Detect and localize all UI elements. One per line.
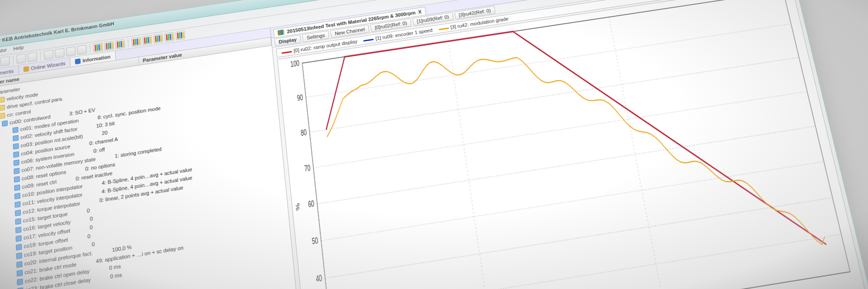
legend-swatch-icon — [282, 51, 292, 53]
svg-line-18 — [448, 41, 491, 289]
svg-text:50: 50 — [311, 236, 319, 246]
parameter-leaf-icon — [14, 176, 20, 182]
parameter-leaf-icon — [14, 193, 20, 199]
parameter-leaf-icon — [16, 261, 22, 268]
menu-help[interactable]: Help — [13, 45, 24, 53]
toolbar-color-icon[interactable] — [153, 33, 163, 43]
toolbar-color-icon[interactable] — [93, 42, 103, 52]
parameter-leaf-icon — [14, 168, 19, 174]
parameter-value: 0 ms — [110, 272, 122, 280]
parameter-leaf-icon — [15, 227, 21, 233]
svg-line-8 — [317, 126, 816, 204]
parameter-leaf-icon — [2, 120, 8, 127]
svg-line-20 — [609, 17, 663, 289]
toolbar-separator — [40, 52, 41, 60]
scope-icon — [278, 29, 284, 35]
svg-text:100: 100 — [290, 59, 300, 69]
svg-line-6 — [321, 161, 824, 241]
toolbar-color-icon[interactable] — [132, 37, 142, 47]
svg-line-10 — [313, 91, 807, 168]
toolbar-color-icon[interactable] — [165, 32, 175, 42]
toolbar-separator — [13, 56, 14, 64]
parameter-value: 20 — [102, 130, 108, 136]
toolbar-icon[interactable] — [55, 48, 64, 58]
close-icon[interactable]: X — [418, 9, 422, 14]
parameter-value: 0 — [90, 216, 93, 222]
svg-text:90: 90 — [297, 93, 303, 102]
parameter-leaf-icon — [15, 218, 21, 225]
parameter-leaf-icon — [14, 185, 20, 191]
parameter-leaf-icon — [13, 127, 19, 133]
parameter-value: 0 ms — [109, 263, 121, 271]
toolbar-separator — [128, 38, 129, 47]
svg-text:60: 60 — [308, 199, 315, 209]
svg-line-12 — [310, 57, 799, 133]
parameter-leaf-icon — [16, 252, 22, 259]
parameter-leaf-icon — [14, 160, 19, 166]
parameter-leaf-icon — [15, 210, 21, 216]
legend-swatch-icon — [363, 38, 374, 41]
navigator-pane: Documents Online Wizards Information Par… — [0, 28, 309, 289]
parameter-leaf-icon — [13, 143, 19, 150]
svg-rect-22 — [302, 0, 850, 289]
parameter-leaf-icon — [13, 135, 19, 142]
scope-pane: 20150513Infeed Test with Material 2265rp… — [270, 0, 868, 289]
toolbar-color-icon[interactable] — [104, 41, 114, 51]
parameter-leaf-icon — [17, 287, 23, 289]
svg-text:%: % — [294, 203, 301, 211]
svg-text:70: 70 — [304, 163, 311, 173]
toolbar-color-icon[interactable] — [115, 39, 125, 49]
folder-icon — [0, 113, 5, 119]
parameter-leaf-icon — [16, 235, 22, 242]
parameter-value: 0: off — [93, 147, 105, 154]
legend-swatch-icon — [439, 27, 448, 30]
svg-line-4 — [325, 198, 832, 278]
folder-icon — [0, 104, 5, 111]
parameter-leaf-icon — [14, 201, 20, 208]
toolbar-icon[interactable] — [44, 50, 53, 60]
toolbar-icon[interactable] — [77, 45, 86, 55]
svg-text:40: 40 — [316, 273, 323, 284]
svg-line-0 — [333, 272, 850, 289]
toolbar-icon[interactable] — [16, 54, 26, 64]
toolbar-icon[interactable] — [0, 56, 10, 66]
parameter-value: 0 — [87, 233, 90, 240]
parameter-leaf-icon — [13, 152, 19, 158]
folder-icon — [0, 97, 5, 103]
toolbar-color-icon[interactable] — [142, 35, 152, 45]
parameter-leaf-icon — [17, 279, 23, 285]
info-icon — [75, 58, 81, 64]
toolbar-color-icon[interactable] — [175, 30, 185, 40]
wizard-icon — [23, 66, 29, 72]
svg-text:80: 80 — [300, 128, 307, 137]
parameter-value: 0 — [87, 208, 90, 213]
toolbar-separator — [90, 44, 90, 53]
parameter-tree[interactable]: –Parameter–velocity mode–drive specf. co… — [0, 46, 308, 289]
toolbar-icon[interactable] — [28, 52, 37, 62]
parameter-value: 0 — [92, 241, 95, 247]
application-window: …red for KEB Antriebstechnik Karl E. Bri… — [0, 0, 868, 289]
svg-line-2 — [329, 234, 841, 289]
parameter-value: 0 — [90, 224, 93, 231]
parameter-leaf-icon — [17, 270, 23, 277]
parameter-leaf-icon — [16, 244, 22, 251]
toolbar-icon[interactable] — [66, 46, 75, 56]
